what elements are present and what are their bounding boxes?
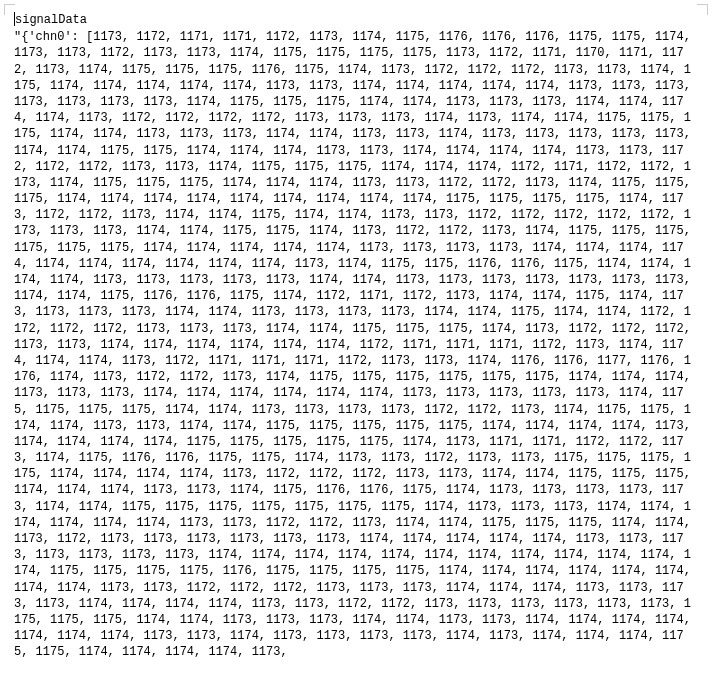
crop-corner-tr xyxy=(697,4,708,15)
json-string-body: "{'chn0': [1173, 1172, 1171, 1171, 1172,… xyxy=(14,29,698,660)
crop-corner-tl xyxy=(4,4,15,15)
text-viewer-page: signalData "{'chn0': [1173, 1172, 1171, … xyxy=(0,0,712,693)
header-line: signalData xyxy=(14,12,698,28)
variable-name: signalData xyxy=(15,13,87,27)
